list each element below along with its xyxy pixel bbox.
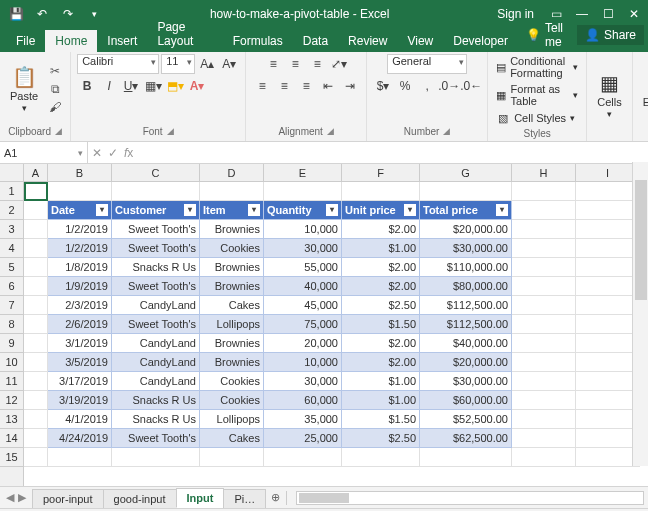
cell-date-12[interactable]: 3/19/2019 — [48, 391, 112, 410]
table-header-customer[interactable]: Customer▾ — [112, 201, 200, 220]
cell-G1[interactable] — [420, 182, 512, 201]
cell-item-4[interactable]: Cookies — [200, 239, 264, 258]
cell-H5[interactable] — [512, 258, 576, 277]
cancel-formula-icon[interactable]: ✕ — [92, 146, 102, 160]
cell-date-11[interactable]: 3/17/2019 — [48, 372, 112, 391]
cell-total-7[interactable]: $112,500.00 — [420, 296, 512, 315]
align-right-icon[interactable]: ≡ — [296, 76, 316, 96]
align-middle-icon[interactable]: ≡ — [285, 54, 305, 74]
cell-customer-11[interactable]: CandyLand — [112, 372, 200, 391]
cell-H9[interactable] — [512, 334, 576, 353]
select-all-corner[interactable] — [0, 164, 24, 182]
cell-qty-4[interactable]: 30,000 — [264, 239, 342, 258]
cell-A15[interactable] — [24, 448, 48, 467]
cell-unit-13[interactable]: $1.50 — [342, 410, 420, 429]
tab-home[interactable]: Home — [45, 30, 97, 52]
cell-A12[interactable] — [24, 391, 48, 410]
col-header-C[interactable]: C — [112, 164, 200, 181]
cell-I10[interactable] — [576, 353, 640, 372]
cell-I7[interactable] — [576, 296, 640, 315]
horizontal-scrollbar[interactable] — [296, 491, 644, 505]
cell-qty-9[interactable]: 20,000 — [264, 334, 342, 353]
number-format-select[interactable]: General — [387, 54, 467, 74]
grid-body[interactable]: Date▾Customer▾Item▾Quantity▾Unit price▾T… — [24, 182, 648, 486]
cell-H2[interactable] — [512, 201, 576, 220]
cell-I12[interactable] — [576, 391, 640, 410]
cell-A14[interactable] — [24, 429, 48, 448]
cell-A8[interactable] — [24, 315, 48, 334]
cell-qty-6[interactable]: 40,000 — [264, 277, 342, 296]
cell-unit-4[interactable]: $1.00 — [342, 239, 420, 258]
sheet-tab-input[interactable]: Input — [176, 488, 225, 508]
cell-I8[interactable] — [576, 315, 640, 334]
col-header-G[interactable]: G — [420, 164, 512, 181]
cell-A5[interactable] — [24, 258, 48, 277]
cell-A11[interactable] — [24, 372, 48, 391]
cell-date-3[interactable]: 1/2/2019 — [48, 220, 112, 239]
col-header-A[interactable]: A — [24, 164, 48, 181]
clipboard-dialog-launcher-icon[interactable]: ◢ — [55, 126, 62, 137]
table-header-item[interactable]: Item▾ — [200, 201, 264, 220]
cell-A6[interactable] — [24, 277, 48, 296]
cell-unit-11[interactable]: $1.00 — [342, 372, 420, 391]
cell-H8[interactable] — [512, 315, 576, 334]
format-as-table-button[interactable]: ▦Format as Table▾ — [494, 82, 580, 108]
cell-customer-14[interactable]: Sweet Tooth's — [112, 429, 200, 448]
row-header-6[interactable]: 6 — [0, 277, 23, 296]
cell-date-14[interactable]: 4/24/2019 — [48, 429, 112, 448]
cell-item-10[interactable]: Brownies — [200, 353, 264, 372]
cell-I14[interactable] — [576, 429, 640, 448]
col-header-E[interactable]: E — [264, 164, 342, 181]
cell-item-9[interactable]: Brownies — [200, 334, 264, 353]
tab-page-layout[interactable]: Page Layout — [147, 16, 222, 52]
cell-qty-10[interactable]: 10,000 — [264, 353, 342, 372]
sheet-tab-good-input[interactable]: good-input — [103, 489, 177, 508]
cell-unit-12[interactable]: $1.00 — [342, 391, 420, 410]
increase-indent-icon[interactable]: ⇥ — [340, 76, 360, 96]
cell-I3[interactable] — [576, 220, 640, 239]
cell-unit-3[interactable]: $2.00 — [342, 220, 420, 239]
cell-C15[interactable] — [112, 448, 200, 467]
row-header-13[interactable]: 13 — [0, 410, 23, 429]
increase-decimal-icon[interactable]: .0→ — [439, 76, 459, 96]
font-name-select[interactable]: Calibri — [77, 54, 159, 74]
cell-unit-5[interactable]: $2.00 — [342, 258, 420, 277]
cell-item-8[interactable]: Lollipops — [200, 315, 264, 334]
cell-qty-13[interactable]: 35,000 — [264, 410, 342, 429]
cell-styles-button[interactable]: ▧Cell Styles▾ — [494, 110, 580, 126]
copy-icon[interactable]: ⧉ — [46, 81, 64, 97]
enter-formula-icon[interactable]: ✓ — [108, 146, 118, 160]
formula-input[interactable] — [137, 142, 648, 163]
save-icon[interactable]: 💾 — [4, 2, 28, 26]
cell-date-10[interactable]: 3/5/2019 — [48, 353, 112, 372]
cell-total-9[interactable]: $40,000.00 — [420, 334, 512, 353]
cell-total-4[interactable]: $30,000.00 — [420, 239, 512, 258]
row-header-5[interactable]: 5 — [0, 258, 23, 277]
cell-date-7[interactable]: 2/3/2019 — [48, 296, 112, 315]
underline-button[interactable]: U▾ — [121, 76, 141, 96]
row-header-8[interactable]: 8 — [0, 315, 23, 334]
alignment-dialog-launcher-icon[interactable]: ◢ — [327, 126, 334, 137]
cell-qty-14[interactable]: 25,000 — [264, 429, 342, 448]
cell-date-8[interactable]: 2/6/2019 — [48, 315, 112, 334]
cell-customer-12[interactable]: Snacks R Us — [112, 391, 200, 410]
cell-A7[interactable] — [24, 296, 48, 315]
cell-item-14[interactable]: Cakes — [200, 429, 264, 448]
fill-color-icon[interactable]: ⬒▾ — [165, 76, 185, 96]
cell-unit-6[interactable]: $2.00 — [342, 277, 420, 296]
cell-item-13[interactable]: Lollipops — [200, 410, 264, 429]
cell-unit-14[interactable]: $2.50 — [342, 429, 420, 448]
cell-H10[interactable] — [512, 353, 576, 372]
align-top-icon[interactable]: ≡ — [263, 54, 283, 74]
cell-item-6[interactable]: Brownies — [200, 277, 264, 296]
cell-I1[interactable] — [576, 182, 640, 201]
col-header-B[interactable]: B — [48, 164, 112, 181]
filter-icon[interactable]: ▾ — [96, 204, 108, 216]
table-header-date[interactable]: Date▾ — [48, 201, 112, 220]
cell-H7[interactable] — [512, 296, 576, 315]
col-header-I[interactable]: I — [576, 164, 640, 181]
font-size-select[interactable]: 11 — [161, 54, 195, 74]
cell-D15[interactable] — [200, 448, 264, 467]
cell-F1[interactable] — [342, 182, 420, 201]
number-dialog-launcher-icon[interactable]: ◢ — [443, 126, 450, 137]
